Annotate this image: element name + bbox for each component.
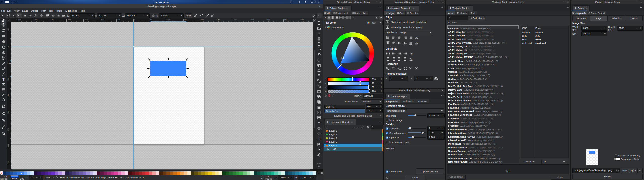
svg-text:{}: {}	[317, 138, 320, 141]
svg-text:T: T	[318, 122, 320, 125]
svg-text:Ay: Ay	[410, 58, 413, 61]
svg-text:Ay: Ay	[415, 42, 418, 44]
svg-text:T: T	[2, 78, 5, 81]
svg-text:Ay: Ay	[410, 52, 413, 55]
svg-text:Ay: Ay	[415, 37, 418, 39]
svg-text:?: ?	[352, 17, 354, 19]
